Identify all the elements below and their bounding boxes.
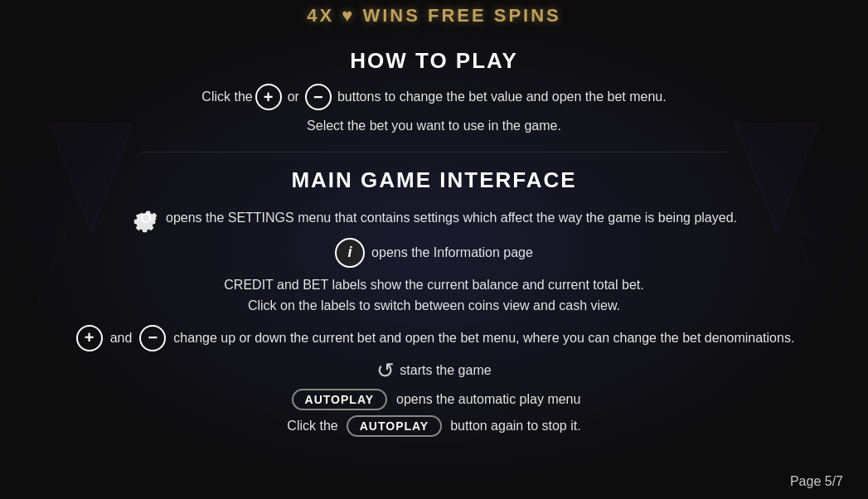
top-banner-text: 4X ♥ WINS FREE SPINS (307, 5, 561, 26)
bet-change-text: change up or down the current bet and op… (173, 327, 794, 349)
divider-1 (140, 152, 729, 153)
how-to-play-line2: Select the bet you want to use in the ga… (66, 115, 802, 137)
main-game-interface-section: MAIN GAME INTERFACE opens the SETTINGS m… (66, 159, 802, 437)
autoplay-text: opens the automatic play menu (396, 389, 580, 410)
spin-text: starts the game (400, 360, 491, 381)
bet-change-row: + and − change up or down the current be… (66, 325, 802, 351)
how-to-play-title: HOW TO PLAY (66, 48, 802, 74)
info-icon: i (335, 238, 365, 268)
click-stop-suffix: button again to stop it. (450, 415, 580, 437)
settings-text: opens the SETTINGS menu that contains se… (166, 211, 737, 225)
how-to-play-section: HOW TO PLAY Click the + or − buttons to … (66, 40, 802, 137)
click-stop-row: Click the AUTOPLAY button again to stop … (66, 415, 802, 437)
credit-bet-row: CREDIT and BET labels show the current b… (66, 274, 802, 317)
plus-icon-bet: + (255, 84, 282, 110)
minus-icon-bet: − (305, 84, 332, 110)
click-stop-prefix: Click the (287, 415, 337, 437)
plus-icon-change: + (76, 325, 103, 351)
gear-icon (131, 203, 161, 233)
top-banner: 4X ♥ WINS FREE SPINS (0, 0, 868, 31)
how-to-play-line1: Click the + or − buttons to change the b… (66, 84, 802, 110)
credit-bet-line1: CREDIT and BET labels show the current b… (66, 274, 802, 296)
autoplay-open-row: AUTOPLAY opens the automatic play menu (66, 389, 802, 410)
minus-icon-change: − (139, 325, 166, 351)
credit-bet-line2: Click on the labels to switch between co… (66, 295, 802, 317)
settings-row: opens the SETTINGS menu that contains se… (66, 203, 802, 233)
line1-prefix: Click the (201, 86, 252, 108)
line1-suffix: buttons to change the bet value and open… (337, 86, 667, 108)
info-row: i opens the Information page (66, 238, 802, 268)
autoplay-button-display: AUTOPLAY (292, 389, 387, 410)
main-content: 4X ♥ WINS FREE SPINS HOW TO PLAY Click t… (0, 0, 868, 499)
autoplay-stop-button-display: AUTOPLAY (347, 415, 442, 437)
bet-change-and: and (110, 327, 133, 349)
info-text: opens the Information page (371, 242, 533, 264)
line1-or: or (288, 86, 299, 108)
main-game-title: MAIN GAME INTERFACE (66, 167, 802, 193)
spin-icon: ↺ (376, 358, 395, 384)
spin-row: ↺ starts the game (66, 358, 802, 384)
